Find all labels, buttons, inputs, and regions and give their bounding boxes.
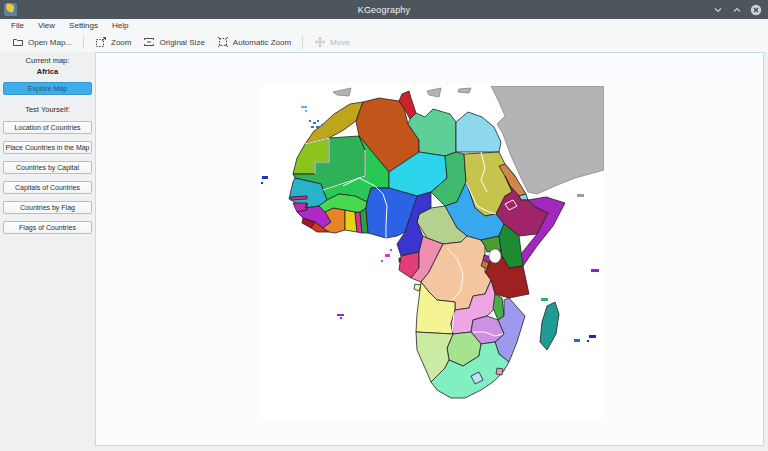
island-canary-islands[interactable] xyxy=(309,120,311,122)
quiz-flags-of-countries-button[interactable]: Flags of Countries xyxy=(3,221,92,234)
zoom-label: Zoom xyxy=(111,38,131,47)
chevron-up-icon xyxy=(732,5,742,15)
menu-file[interactable]: File xyxy=(4,19,31,32)
island-comoros[interactable] xyxy=(541,298,548,301)
africa-map-image[interactable] xyxy=(259,86,604,421)
map-view-panel[interactable] xyxy=(95,52,764,446)
menu-view[interactable]: View xyxy=(31,19,62,32)
island-madeira[interactable] xyxy=(301,106,307,108)
menu-help[interactable]: Help xyxy=(105,19,135,32)
quiz-countries-by-flag-button[interactable]: Countries by Flag xyxy=(3,201,92,214)
zoom-button[interactable]: Zoom xyxy=(89,34,137,50)
maximize-button[interactable] xyxy=(731,4,743,16)
close-icon xyxy=(750,4,762,16)
open-map-icon xyxy=(12,36,24,48)
country-egypt[interactable] xyxy=(456,112,501,152)
automatic-zoom-label: Automatic Zoom xyxy=(233,38,291,47)
foreign-land-sicily xyxy=(427,88,441,97)
country-madagascar[interactable] xyxy=(540,302,559,350)
island-canary-islands[interactable] xyxy=(321,124,323,126)
menu-bar: File View Settings Help xyxy=(0,19,768,32)
original-size-icon xyxy=(143,36,155,48)
minimize-button[interactable] xyxy=(712,4,724,16)
current-map-label: Current map: xyxy=(0,56,95,65)
sidebar: Current map: Africa Explore Map Test You… xyxy=(0,52,95,451)
explore-map-button[interactable]: Explore Map xyxy=(3,82,92,95)
country-malawi[interactable] xyxy=(493,294,504,320)
zoom-icon xyxy=(95,36,107,48)
open-map-button[interactable]: Open Map... xyxy=(6,34,78,50)
open-map-label: Open Map... xyxy=(28,38,72,47)
quiz-place-countries-button[interactable]: Place Countries in the Map xyxy=(3,141,92,154)
island-sao-tome-principe[interactable] xyxy=(390,249,392,251)
title-bar: KGeography xyxy=(0,0,768,19)
island-cape-verde[interactable] xyxy=(261,182,263,184)
island-canary-islands[interactable] xyxy=(313,122,316,124)
kgeography-window: { "window": { "title": "KGeography", "co… xyxy=(0,0,768,451)
country-gambia[interactable] xyxy=(290,196,307,200)
chevron-down-icon xyxy=(713,5,723,15)
island-sao-tome-principe[interactable] xyxy=(381,260,383,262)
island-canary-islands[interactable] xyxy=(317,120,319,122)
island-madeira[interactable] xyxy=(305,110,307,112)
move-button: Move xyxy=(308,34,356,50)
quiz-countries-by-capital-button[interactable]: Countries by Capital xyxy=(3,161,92,174)
country-swaziland[interactable] xyxy=(496,368,503,375)
foreign-land-iberia xyxy=(333,88,351,96)
island-canary-islands[interactable] xyxy=(311,126,314,128)
original-size-label: Original Size xyxy=(159,38,204,47)
island-socotra[interactable] xyxy=(577,194,584,197)
africa-map-svg[interactable] xyxy=(259,86,604,421)
quiz-location-of-countries-button[interactable]: Location of Countries xyxy=(3,121,92,134)
island-st-helena[interactable] xyxy=(337,314,344,316)
foreign-land-crete xyxy=(458,88,471,93)
automatic-zoom-icon xyxy=(217,36,229,48)
window-title: KGeography xyxy=(0,5,768,15)
menu-settings[interactable]: Settings xyxy=(62,19,105,32)
island-seychelles[interactable] xyxy=(591,269,599,272)
island-reunion[interactable] xyxy=(574,339,580,342)
toolbar: Open Map... Zoom Original Size Automatic… xyxy=(0,32,768,52)
island-st-helena[interactable] xyxy=(340,317,342,319)
island-canary-islands[interactable] xyxy=(316,126,320,128)
island-mauritius[interactable] xyxy=(589,335,596,338)
move-icon xyxy=(314,36,326,48)
toolbar-separator xyxy=(83,36,84,49)
close-button[interactable] xyxy=(750,4,762,16)
automatic-zoom-button[interactable]: Automatic Zoom xyxy=(211,34,297,50)
island-mauritius[interactable] xyxy=(587,340,589,342)
toolbar-separator xyxy=(302,36,303,49)
move-label: Move xyxy=(330,38,350,47)
quiz-capitals-of-countries-button[interactable]: Capitals of Countries xyxy=(3,181,92,194)
test-yourself-label: Test Yourself: xyxy=(0,105,95,114)
current-map-value: Africa xyxy=(0,67,95,76)
island-cape-verde[interactable] xyxy=(262,176,268,179)
island-sao-tome-principe[interactable] xyxy=(385,254,390,257)
lake-victoria xyxy=(489,249,501,263)
original-size-button[interactable]: Original Size xyxy=(137,34,210,50)
